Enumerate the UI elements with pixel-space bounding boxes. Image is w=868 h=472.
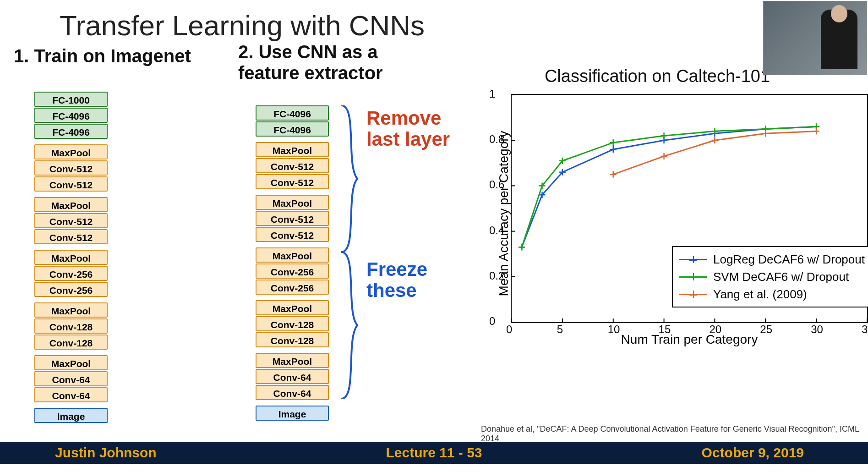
layer-fc-4096: FC-4096 (256, 121, 329, 137)
layer-maxpool: MaxPool (34, 302, 108, 318)
footer-author: Justin Johnson (55, 445, 157, 461)
layer-fc-1000: FC-1000 (34, 92, 108, 107)
layer-conv-256: Conv-256 (256, 263, 329, 279)
xtick: 25 (760, 323, 772, 336)
layer-fc-4096: FC-4096 (34, 124, 108, 139)
layer-conv-64: Conv-64 (256, 385, 329, 400)
layer-fc-4096: FC-4096 (34, 108, 108, 123)
layer-conv-128: Conv-128 (34, 318, 108, 334)
layer-stack-2: FC-4096FC-4096MaxPoolConv-512Conv-512Max… (256, 105, 329, 421)
legend-item: Yang et al. (2009) (679, 285, 868, 303)
layer-image: Image (256, 406, 329, 421)
ytick: 0.2 (489, 269, 504, 282)
speaker-thumbnail (763, 1, 867, 75)
chart-legend: LogReg DeCAF6 w/ DropoutSVM DeCAF6 w/ Dr… (672, 246, 868, 307)
ytick: 0.4 (489, 224, 504, 237)
legend-item: SVM DeCAF6 w/ Dropout (679, 268, 868, 285)
layer-image: Image (34, 408, 108, 423)
freeze-these-label: Freeze these (366, 259, 427, 301)
layer-conv-128: Conv-128 (34, 335, 108, 350)
xtick: 0 (506, 323, 512, 336)
footer: Justin Johnson Lecture 11 - 53 October 9… (0, 442, 868, 464)
layer-maxpool: MaxPool (256, 247, 329, 263)
legend-label: LogReg DeCAF6 w/ Dropout (713, 252, 865, 267)
ytick: 0.6 (489, 178, 504, 191)
layer-maxpool: MaxPool (34, 250, 108, 265)
legend-label: SVM DeCAF6 w/ Dropout (713, 270, 849, 284)
slide: Transfer Learning with CNNs 1. Train on … (0, 0, 868, 472)
layer-stack-1: FC-1000FC-4096FC-4096MaxPoolConv-512Conv… (34, 92, 108, 423)
xtick: 10 (608, 323, 620, 336)
plot-box: LogReg DeCAF6 w/ DropoutSVM DeCAF6 w/ Dr… (511, 94, 868, 323)
layer-maxpool: MaxPool (34, 144, 108, 159)
layer-maxpool: MaxPool (256, 195, 329, 210)
footer-lecture: Lecture 11 - 53 (386, 445, 482, 461)
footer-date: October 9, 2019 (702, 445, 804, 461)
xtick: 30 (811, 323, 823, 336)
layer-conv-128: Conv-128 (256, 316, 329, 331)
ytick: 0.8 (489, 133, 504, 146)
layer-fc-4096: FC-4096 (256, 105, 329, 121)
layer-maxpool: MaxPool (256, 300, 329, 315)
layer-conv-512: Conv-512 (256, 158, 329, 173)
layer-conv-512: Conv-512 (34, 176, 108, 192)
layer-conv-512: Conv-512 (34, 160, 108, 176)
slide-title: Transfer Learning with CNNs (60, 9, 425, 42)
remove-last-layer-label: Remove last layer (366, 108, 450, 150)
layer-conv-256: Conv-256 (34, 282, 108, 297)
layer-conv-64: Conv-64 (34, 371, 108, 386)
layer-conv-256: Conv-256 (34, 266, 108, 281)
layer-conv-64: Conv-64 (34, 387, 108, 402)
layer-conv-512: Conv-512 (256, 174, 329, 189)
layer-conv-256: Conv-256 (256, 280, 329, 295)
layer-conv-512: Conv-512 (34, 229, 108, 244)
step2-line2: feature extractor (238, 63, 383, 83)
layer-maxpool: MaxPool (34, 197, 108, 212)
ytick: 1 (489, 88, 495, 100)
xtick: 35 (862, 323, 868, 336)
step2-heading: 2. Use CNN as a feature extractor (238, 41, 383, 83)
layer-maxpool: MaxPool (256, 353, 329, 368)
layer-conv-128: Conv-128 (256, 332, 329, 347)
layer-conv-512: Conv-512 (256, 211, 329, 226)
layer-maxpool: MaxPool (256, 142, 329, 157)
xtick: 5 (557, 323, 563, 336)
layer-conv-512: Conv-512 (256, 227, 329, 242)
xtick: 20 (709, 323, 721, 336)
legend-label: Yang et al. (2009) (713, 287, 807, 302)
layer-maxpool: MaxPool (34, 355, 108, 370)
ytick: 0 (489, 315, 495, 328)
brace-icon (337, 105, 360, 399)
step1-heading: 1. Train on Imagenet (14, 46, 191, 66)
chart: Classification on Caltech-101 Mean Accur… (476, 78, 838, 362)
layer-conv-512: Conv-512 (34, 213, 108, 228)
legend-item: LogReg DeCAF6 w/ Dropout (679, 251, 868, 268)
citation: Donahue et al, "DeCAF: A Deep Convolutio… (481, 424, 868, 444)
layer-conv-64: Conv-64 (256, 369, 329, 384)
xtick: 15 (659, 323, 671, 336)
step2-line1: 2. Use CNN as a (238, 42, 378, 62)
